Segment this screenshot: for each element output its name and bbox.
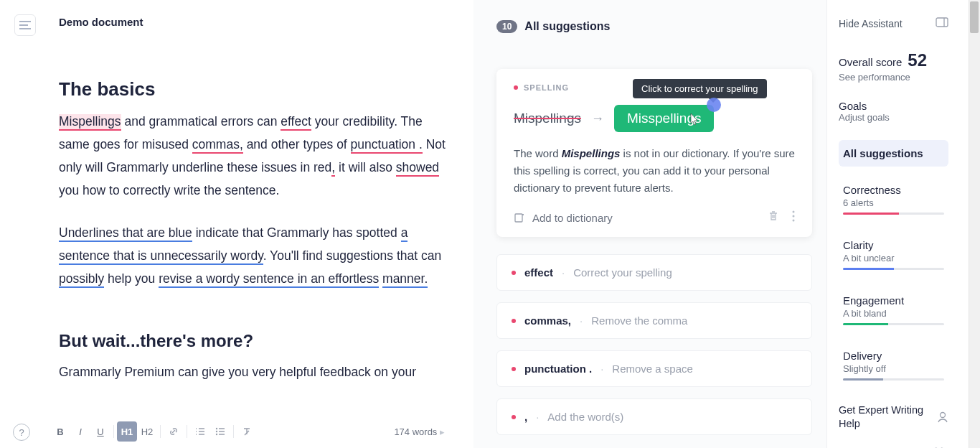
ordered-list-icon [194,426,206,437]
bullet-list-button[interactable] [210,421,230,442]
dictionary-icon [514,212,525,223]
clarity-possibly[interactable]: possibly [59,271,104,288]
editor-pane: Demo document The basics Mispellings and… [0,0,473,448]
category-dot-icon [512,415,516,419]
clarity-manner[interactable]: manner. [382,271,428,288]
mini-hint: Correct your spelling [573,266,672,279]
help-button[interactable]: ? [13,424,30,441]
arrow-icon: → [591,111,604,126]
suggestion-card-collapsed[interactable]: punctuation .·Remove a space [496,350,812,387]
error-punctuation[interactable]: punctuation . [351,137,423,154]
svg-point-8 [941,412,946,417]
svg-rect-3 [515,214,522,222]
mini-word: commas, [524,314,571,327]
see-performance-link[interactable]: See performance [839,72,948,83]
clarity-sentence[interactable]: sentence that is unnecessarily wordy [59,248,263,265]
svg-rect-7 [936,18,948,27]
mini-word: effect [524,266,553,279]
overall-score[interactable]: Overall score 52 [839,50,948,70]
mini-hint: Add the word(s) [547,411,623,423]
cat-clarity[interactable]: ClarityA bit unclear [839,232,948,277]
menu-button[interactable] [14,14,36,36]
category-dot-icon [514,85,518,90]
mini-word: , [524,411,527,423]
heading-more[interactable]: But wait...there's more? [59,331,452,351]
svg-point-1 [216,431,217,432]
add-to-dictionary-button[interactable]: Add to dictionary [514,212,613,224]
svg-point-2 [216,434,217,435]
expert-help-button[interactable]: Get Expert Writing Help [839,403,948,431]
suggestion-card-collapsed[interactable]: ,·Add the word(s) [496,398,812,435]
apply-correction-button[interactable]: Misspellings [614,105,714,132]
error-mispellings[interactable]: Mispellings [59,114,121,131]
paragraph-2[interactable]: Underlines that are blue indicate that G… [59,222,446,291]
suggestion-card-collapsed[interactable]: commas,·Remove the comma [496,302,812,339]
highlight-ping-icon [707,98,721,112]
cat-delivery[interactable]: DeliverySlightly off [839,342,948,388]
error-effect[interactable]: effect [281,114,311,131]
clarity-underlines[interactable]: Underlines that are blue [59,225,192,242]
cat-correctness[interactable]: Correctness6 alerts [839,177,948,222]
clear-format-icon [241,426,253,437]
card-explanation: The word Mispellings is not in our dicti… [514,145,795,197]
h2-button[interactable]: H2 [137,421,157,442]
error-commas[interactable]: commas, [192,137,243,154]
suggestion-card-expanded[interactable]: SPELLING Click to correct your spelling … [496,69,812,237]
suggestions-header: 10 All suggestions [496,20,812,33]
category-dot-icon [512,367,516,371]
card-category: SPELLING [524,83,569,92]
menu-icon [19,21,31,29]
hide-assistant-button[interactable]: Hide Assistant [839,18,903,29]
svg-point-6 [793,220,795,222]
suggestion-card-collapsed[interactable]: effect·Correct your spelling [496,254,812,291]
scrollbar[interactable] [969,0,980,448]
kebab-icon [792,210,795,222]
bold-button[interactable]: B [50,421,70,442]
svg-point-0 [216,428,217,429]
paragraph-3[interactable]: Grammarly Premium can give you very help… [59,361,446,384]
collapse-icon[interactable] [936,17,948,30]
link-icon [168,426,179,437]
numbered-list-button[interactable] [190,421,210,442]
cursor-icon [688,112,701,126]
cat-engagement[interactable]: EngagementA bit bland [839,287,948,332]
wrong-word: Mispellings [514,111,581,126]
correction-tooltip: Click to correct your spelling [633,79,767,98]
suggestion-count-badge: 10 [496,20,517,33]
suggestions-title: All suggestions [524,20,610,33]
error-showed[interactable]: showed [396,160,439,177]
trash-icon [768,210,779,223]
word-count[interactable]: 174 words ▸ [394,426,445,437]
format-toolbar: B I U H1 H2 174 words ▸ [50,419,473,444]
svg-point-5 [793,215,795,218]
expert-icon [936,410,948,424]
assistant-sidebar: Hide Assistant Overall score 52 See perf… [826,0,963,448]
paragraph-1[interactable]: Mispellings and grammatical errors can e… [59,111,446,202]
clear-format-button[interactable] [237,421,257,442]
suggestions-pane: 10 All suggestions SPELLING Click to cor… [473,0,826,448]
heading-basics[interactable]: The basics [59,78,452,101]
scrollbar-thumb[interactable] [970,1,979,33]
clarity-revise[interactable]: revise a wordy sentence in an effortless [159,271,379,288]
mini-hint: Remove the comma [591,314,687,327]
link-button[interactable] [164,421,184,442]
mini-word: punctuation . [524,363,592,375]
more-options-button[interactable] [792,210,795,225]
mini-hint: Remove a space [612,363,693,375]
adjust-goals-link[interactable]: Adjust goals [839,112,948,123]
category-dot-icon [512,319,516,323]
italic-button[interactable]: I [70,421,90,442]
category-dot-icon [512,271,516,275]
dismiss-button[interactable] [768,210,779,225]
svg-point-4 [793,211,795,213]
h1-button[interactable]: H1 [117,421,137,442]
underline-button[interactable]: U [90,421,110,442]
goals-title: Goals [839,100,948,112]
cat-all-suggestions[interactable]: All suggestions [839,140,948,167]
bullet-list-icon [215,426,226,437]
document-title[interactable]: Demo document [59,16,452,28]
